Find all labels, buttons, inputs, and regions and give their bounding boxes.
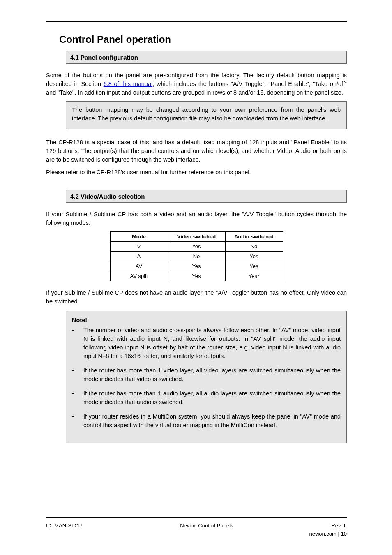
table-cell: Yes: [168, 261, 225, 271]
footer-right-value: L: [344, 523, 347, 529]
table-row: AV Yes Yes: [110, 261, 283, 271]
list-item: - The number of video and audio cross-po…: [78, 326, 341, 361]
footer-page: nevion.com | 10: [309, 531, 347, 537]
table-cell: No: [225, 242, 283, 252]
paragraph: Please refer to the CP-R128's user manua…: [46, 168, 347, 177]
mode-table: Mode Video switched Audio switched V Yes…: [110, 231, 283, 281]
table-cell: Yes: [168, 271, 225, 281]
list-item: - If your router resides in a MultiCon s…: [78, 412, 341, 430]
table-cell: AV split: [110, 271, 168, 281]
list-item: - If the router has more than 1 audio la…: [78, 389, 341, 407]
table-cell: Yes: [168, 242, 225, 252]
table-header: Mode: [110, 232, 168, 242]
note-list: - The number of video and audio cross-po…: [78, 326, 341, 430]
table-cell: No: [168, 252, 225, 261]
subsection-heading-panel-config: 4.1 Panel configuration: [66, 51, 347, 64]
note-item-text: If the router has more than 1 audio laye…: [83, 390, 341, 405]
table-cell: V: [110, 242, 168, 252]
note-label: Note!: [72, 317, 341, 324]
table-cell: Yes*: [225, 271, 283, 281]
section-link[interactable]: 6.8 of this manual: [104, 81, 153, 87]
note-item-text: The number of video and audio cross-poin…: [83, 327, 341, 359]
table-cell: A: [110, 252, 168, 261]
footer-center: Nevion Control Panels: [82, 523, 331, 529]
table-header-row: Mode Video switched Audio switched: [110, 232, 283, 242]
subsection-heading-av-selection: 4.2 Video/Audio selection: [66, 190, 347, 203]
note-item-text: If the router has more than 1 video laye…: [83, 367, 341, 382]
section-title: Control Panel operation: [59, 34, 347, 45]
note-text: The button mapping may be changed accord…: [72, 106, 341, 123]
paragraph: The CP-R128 is a special case of this, a…: [46, 138, 347, 164]
table-cell: Yes: [225, 261, 283, 271]
table-header: Video switched: [168, 232, 225, 242]
note-box: Note! - The number of video and audio cr…: [66, 311, 347, 443]
table-cell: Yes: [225, 252, 283, 261]
paragraph: If your Sublime / Sublime CP does not ha…: [46, 289, 347, 306]
table-row: A No Yes: [110, 252, 283, 261]
note-item-text: If your router resides in a MultiCon sys…: [83, 413, 341, 428]
footer-left: ID: MAN-SLCP: [46, 523, 82, 529]
table-header: Audio switched: [225, 232, 283, 242]
paragraph: Some of the buttons on the panel are pre…: [46, 71, 347, 97]
list-item: - If the router has more than 1 video la…: [78, 366, 341, 384]
table-row: V Yes No: [110, 242, 283, 252]
note-box: The button mapping may be changed accord…: [66, 101, 347, 129]
paragraph: If your Sublime / Sublime CP has both a …: [46, 210, 347, 227]
table-cell: AV: [110, 261, 168, 271]
footer-right: Rev: L: [331, 523, 347, 529]
page-footer: ID: MAN-SLCP Nevion Control Panels Rev: …: [46, 523, 347, 529]
table-row: AV split Yes Yes*: [110, 271, 283, 281]
footer-right-label: Rev:: [331, 523, 344, 529]
